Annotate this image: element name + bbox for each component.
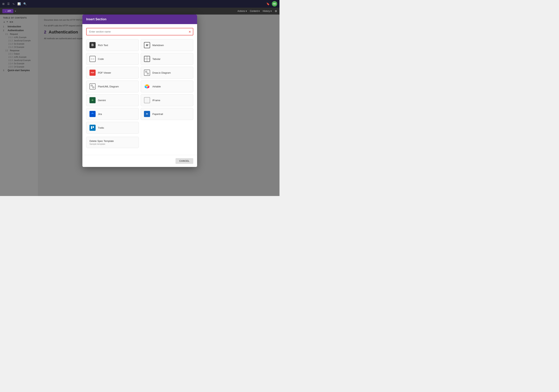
markdown-icon: M bbox=[144, 42, 150, 48]
jira-icon bbox=[89, 111, 96, 117]
bookmark-icon[interactable]: 🔖 bbox=[266, 2, 270, 5]
trello-icon bbox=[89, 125, 96, 131]
section-option-drawio[interactable]: Draw.io Diagram bbox=[141, 67, 193, 79]
main-layout: TABLE OF CONTENTS ▲ ▼ ◀ ▶ 1 Introduction… bbox=[0, 15, 280, 196]
rich-text-icon: B bbox=[89, 42, 96, 48]
section-option-jira[interactable]: Jira bbox=[86, 108, 139, 120]
section-name-wrapper: ✕ bbox=[86, 28, 193, 35]
section-option-airtable[interactable]: Airtable bbox=[141, 81, 193, 92]
section-option-tabular[interactable]: Tabular bbox=[141, 53, 193, 65]
top-nav-icons: ⊞ ☰ ∿ 📊 🔍 bbox=[2, 2, 27, 5]
section-option-gemini[interactable]: Gemini bbox=[86, 94, 139, 106]
iframe-icon bbox=[144, 97, 150, 103]
insert-section-modal: Insert Section ✕ B Rich Text M Markd bbox=[82, 15, 197, 167]
modal-overlay: Insert Section ✕ B Rich Text M Markd bbox=[0, 15, 280, 196]
template-option-sub: Sample template bbox=[89, 143, 136, 145]
svg-line-2 bbox=[147, 72, 147, 74]
drawio-icon bbox=[144, 70, 150, 76]
pdf-label: PDF Viewer bbox=[98, 71, 111, 74]
svg-rect-10 bbox=[91, 126, 92, 129]
input-clear-button[interactable]: ✕ bbox=[188, 30, 191, 33]
svg-marker-7 bbox=[145, 86, 147, 89]
section-option-plantuml[interactable]: PlantUML Diagram bbox=[86, 81, 139, 92]
svg-rect-1 bbox=[147, 73, 149, 74]
section-option-iframe[interactable]: IFrame bbox=[141, 94, 193, 106]
template-option-title: Delete Spec Template bbox=[89, 140, 136, 142]
template-option-delete-spec[interactable]: Delete Spec Template Sample template bbox=[86, 137, 139, 148]
content-link[interactable]: Content ▾ bbox=[250, 10, 260, 12]
chart-icon[interactable]: 📊 bbox=[17, 2, 21, 5]
plantuml-label: PlantUML Diagram bbox=[98, 85, 119, 88]
top-nav: ⊞ ☰ ∿ 📊 🔍 🔖 HK bbox=[0, 0, 280, 8]
section-option-papertrail[interactable]: Pt Papertrail bbox=[141, 108, 193, 120]
activity-icon[interactable]: ∿ bbox=[12, 2, 15, 5]
actions-link[interactable]: Actions ▾ bbox=[237, 10, 247, 12]
airtable-label: Airtable bbox=[152, 85, 161, 88]
search-icon[interactable]: 🔍 bbox=[23, 2, 27, 5]
drawio-label: Draw.io Diagram bbox=[152, 71, 171, 74]
template-section: Delete Spec Template Sample template bbox=[86, 137, 193, 148]
section-type-grid: B Rich Text M Markdown <·> Code bbox=[86, 39, 193, 134]
api-dropdown-arrow[interactable]: ▾ bbox=[15, 10, 16, 12]
svg-rect-0 bbox=[146, 71, 147, 72]
list-icon[interactable]: ☰ bbox=[7, 2, 10, 5]
history-link[interactable]: History ▾ bbox=[263, 10, 272, 12]
code-label: Code bbox=[98, 57, 104, 60]
iframe-label: IFrame bbox=[152, 99, 160, 102]
cancel-button[interactable]: CANCEL bbox=[176, 158, 193, 164]
pdf-icon: PDF bbox=[89, 70, 96, 76]
svg-rect-3 bbox=[91, 85, 92, 86]
section-option-pdf[interactable]: PDF PDF Viewer bbox=[86, 67, 139, 79]
tabular-icon bbox=[144, 56, 150, 62]
markdown-label: Markdown bbox=[152, 44, 164, 47]
svg-line-5 bbox=[92, 85, 93, 87]
svg-marker-8 bbox=[147, 86, 149, 89]
rich-text-label: Rich Text bbox=[98, 44, 108, 47]
second-nav-right: Actions ▾ Content ▾ History ▾ ⚙ bbox=[237, 9, 277, 13]
api-button[interactable]: ← API bbox=[2, 9, 13, 13]
grid-icon[interactable]: ⊞ bbox=[2, 2, 5, 5]
modal-header: Insert Section bbox=[82, 15, 197, 24]
jira-label: Jira bbox=[98, 113, 102, 115]
section-option-trello[interactable]: Trello bbox=[86, 122, 139, 134]
plantuml-icon bbox=[89, 83, 96, 90]
modal-body: ✕ B Rich Text M Markdown <·> Code bbox=[82, 24, 197, 155]
svg-rect-4 bbox=[93, 87, 94, 88]
top-nav-right: 🔖 HK bbox=[266, 1, 277, 7]
gemini-icon bbox=[89, 97, 96, 103]
second-nav: ← API ▾ Actions ▾ Content ▾ History ▾ ⚙ bbox=[0, 8, 280, 15]
papertrail-icon: Pt bbox=[144, 111, 150, 117]
papertrail-label: Papertrail bbox=[152, 113, 163, 115]
avatar[interactable]: HK bbox=[272, 1, 277, 7]
modal-footer: CANCEL bbox=[82, 155, 197, 167]
svg-marker-6 bbox=[145, 84, 149, 86]
section-option-markdown[interactable]: M Markdown bbox=[141, 39, 193, 51]
airtable-icon bbox=[144, 83, 150, 90]
section-option-rich-text[interactable]: B Rich Text bbox=[86, 39, 139, 51]
tabular-label: Tabular bbox=[152, 57, 161, 60]
gemini-label: Gemini bbox=[98, 99, 106, 102]
section-option-code[interactable]: <·> Code bbox=[86, 53, 139, 65]
section-name-input[interactable] bbox=[86, 28, 193, 35]
svg-rect-11 bbox=[93, 126, 94, 128]
modal-title: Insert Section bbox=[86, 18, 106, 21]
trello-label: Trello bbox=[98, 126, 104, 129]
settings-icon[interactable]: ⚙ bbox=[275, 9, 277, 13]
code-icon: <·> bbox=[89, 56, 96, 62]
